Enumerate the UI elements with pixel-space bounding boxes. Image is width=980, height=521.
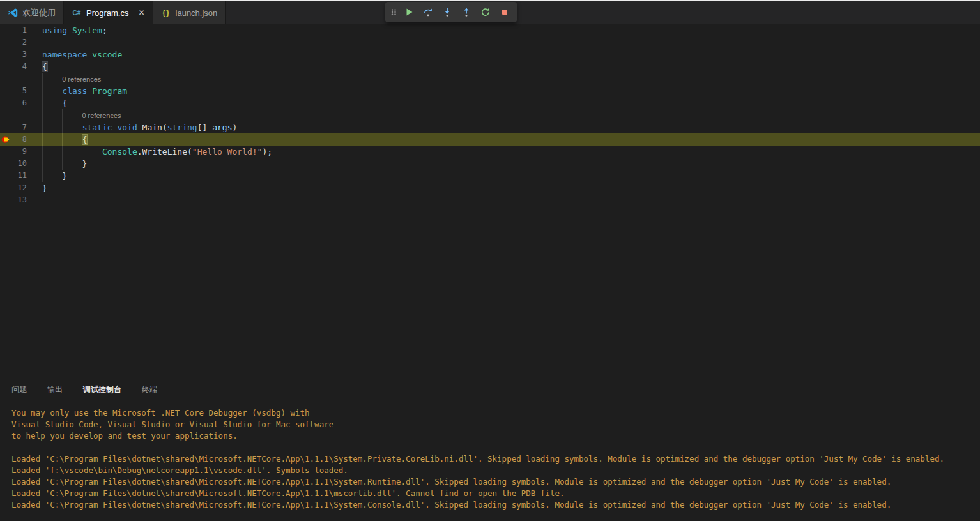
close-icon[interactable]: ✕: [138, 9, 144, 17]
line-number: 3: [0, 49, 27, 61]
code-line[interactable]: 12}: [0, 182, 980, 194]
console-line: Loaded 'C:\Program Files\dotnet\shared\M…: [11, 476, 980, 488]
code-text: Console.WriteLine("Hello World!");: [42, 146, 272, 158]
console-line: Loaded 'C:\Program Files\dotnet\shared\M…: [11, 499, 980, 511]
editor-rows: 1using System;23namespace vscode4{0 refe…: [0, 24, 980, 206]
console-line: Loaded 'f:\vscode\bin\Debug\netcoreapp1.…: [11, 465, 980, 476]
panel-tab-bar: 问题 输出 调试控制台 终端: [0, 377, 980, 393]
line-number: 2: [0, 36, 27, 49]
panel-tab-problems[interactable]: 问题: [11, 384, 27, 393]
code-text: using System;: [42, 24, 107, 36]
continue-button[interactable]: [400, 3, 418, 21]
tab-program-cs[interactable]: C# Program.cs ✕: [64, 1, 153, 24]
console-line: Loaded 'C:\Program Files\dotnet\shared\M…: [11, 488, 980, 499]
line-number: 9: [0, 146, 27, 158]
indent-guide: [62, 109, 63, 121]
console-line: to help you develop and test your applic…: [11, 430, 980, 442]
line-number: 4: [0, 61, 27, 73]
code-line[interactable]: 10 }: [0, 158, 980, 170]
tab-label: 欢迎使用: [22, 7, 56, 19]
code-line[interactable]: 8 {: [0, 133, 980, 146]
line-number: 10: [0, 158, 27, 170]
tab-label: Program.cs: [86, 8, 128, 18]
tab-welcome[interactable]: 欢迎使用: [0, 1, 64, 24]
csharp-icon: C#: [72, 8, 82, 18]
code-editor[interactable]: 1using System;23namespace vscode4{0 refe…: [0, 24, 980, 377]
console-line: Visual Studio Code, Visual Studio or Vis…: [11, 419, 980, 430]
line-number: 7: [0, 121, 27, 133]
code-line[interactable]: 9 Console.WriteLine("Hello World!");: [0, 146, 980, 158]
tab-label: launch.json: [176, 8, 218, 18]
bottom-panel: 问题 输出 调试控制台 终端 -------------------------…: [0, 377, 980, 521]
codelens-references[interactable]: 0 references: [82, 110, 121, 121]
console-line: ----------------------------------------…: [11, 442, 980, 453]
line-number: 8: [0, 133, 27, 146]
code-text: {: [42, 97, 67, 109]
line-number: 6: [0, 97, 27, 109]
code-line[interactable]: 1using System;: [0, 24, 980, 36]
console-line: You may only use the Microsoft .NET Core…: [11, 407, 980, 419]
code-line[interactable]: 11 }: [0, 170, 980, 182]
code-text: namespace vscode: [42, 49, 122, 61]
indent-guide: [42, 109, 43, 121]
code-line[interactable]: 6 {: [0, 97, 980, 109]
code-text: }: [42, 170, 67, 182]
indent-guide: [42, 73, 43, 85]
step-out-button[interactable]: [457, 3, 475, 21]
console-line: ----------------------------------------…: [11, 396, 980, 407]
code-line[interactable]: 7 static void Main(string[] args): [0, 121, 980, 133]
vscode-logo-icon: [8, 8, 18, 18]
debug-console-output[interactable]: ----------------------------------------…: [0, 393, 980, 511]
code-line[interactable]: 4{: [0, 61, 980, 73]
code-text: class Program: [42, 85, 127, 97]
panel-tab-terminal[interactable]: 终端: [142, 384, 157, 393]
restart-button[interactable]: [477, 3, 494, 21]
code-text: {: [42, 61, 47, 73]
json-braces-icon: {}: [161, 8, 171, 18]
codelens-row[interactable]: 0 references: [0, 73, 980, 85]
line-number: 12: [0, 182, 27, 194]
code-text: }: [42, 158, 87, 170]
step-over-button[interactable]: [419, 3, 437, 21]
code-line[interactable]: 13: [0, 194, 980, 206]
stop-button[interactable]: [496, 3, 514, 21]
line-number: 1: [0, 24, 27, 36]
step-into-button[interactable]: [438, 3, 456, 21]
debug-toolbar: [385, 2, 517, 22]
toolbar-gripper-icon[interactable]: [388, 3, 399, 21]
codelens-row[interactable]: 0 references: [0, 109, 980, 121]
code-line[interactable]: 5 class Program: [0, 85, 980, 97]
code-text: {: [42, 133, 87, 146]
line-number: 5: [0, 85, 27, 97]
code-text: }: [42, 182, 47, 194]
codelens-references[interactable]: 0 references: [62, 73, 101, 85]
panel-tab-output[interactable]: 输出: [47, 384, 63, 393]
code-line[interactable]: 3namespace vscode: [0, 49, 980, 61]
console-line: Loaded 'C:\Program Files\dotnet\shared\M…: [11, 453, 980, 465]
code-line[interactable]: 2: [0, 36, 980, 49]
line-number: 11: [0, 170, 27, 182]
line-number: 13: [0, 194, 27, 206]
panel-tab-debug-console[interactable]: 调试控制台: [83, 384, 121, 393]
tab-launch-json[interactable]: {} launch.json: [153, 1, 226, 24]
code-text: static void Main(string[] args): [42, 121, 237, 133]
